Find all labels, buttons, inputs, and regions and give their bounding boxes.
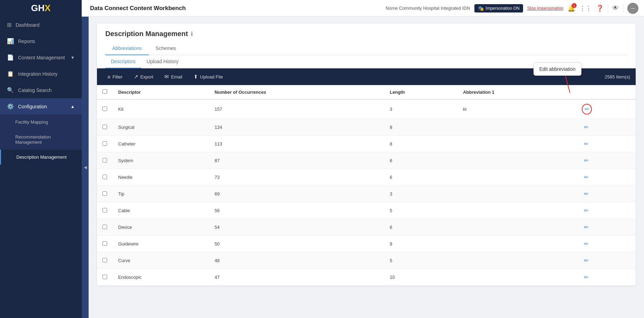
email-button[interactable]: ✉ Email	[160, 72, 187, 82]
sidebar-item-description-management[interactable]: Description Management	[0, 150, 82, 165]
row-checkbox-cell	[97, 186, 113, 202]
row-checkbox-cell	[97, 269, 113, 286]
tab-abbreviations[interactable]: Abbreviations	[105, 42, 149, 55]
header-checkbox-cell	[97, 85, 113, 99]
row-abbreviation: kt	[457, 99, 576, 119]
export-button[interactable]: ↗ Export	[129, 72, 158, 82]
facility-name: Nome Community Hospital Integrated IDN	[386, 6, 470, 11]
row-checkbox-cell	[97, 169, 113, 186]
layout: ⊞ Dashboard 📊 Reports 📄 Content Manageme…	[0, 17, 644, 318]
config-icon: ⚙️	[7, 103, 14, 110]
row-abbreviation	[457, 236, 576, 252]
row-length: 8	[384, 136, 457, 152]
edit-abbreviation-button[interactable]: ✏	[582, 123, 590, 131]
row-checkbox[interactable]	[103, 125, 107, 129]
table-row: Kit 157 3 kt ✏	[97, 99, 636, 119]
sidebar-item-dashboard[interactable]: ⊞ Dashboard	[0, 17, 82, 33]
edit-abbreviation-button[interactable]: ✏	[582, 190, 590, 198]
row-descriptor: Cable	[113, 202, 209, 219]
impersonation-label: Impersonation ON	[486, 6, 520, 11]
edit-abbreviation-button[interactable]: ✏	[582, 173, 590, 181]
sidebar-item-content-management[interactable]: 📄 Content Management ▼	[0, 49, 82, 66]
row-abbreviation	[457, 269, 576, 286]
sub-tab-upload-history-label: Upload History	[147, 59, 179, 64]
header-actions	[576, 85, 636, 99]
select-all-checkbox[interactable]	[103, 89, 107, 94]
main-tabs: Abbreviations Schemes	[105, 42, 627, 55]
sub-tab-upload-history[interactable]: Upload History	[141, 55, 184, 68]
sidebar-item-catalog-search[interactable]: 🔍 Catalog Search	[0, 82, 82, 98]
apps-icon[interactable]: ⋮⋮	[579, 5, 592, 12]
row-checkbox[interactable]	[103, 225, 107, 229]
edit-abbreviation-button[interactable]: ✏	[582, 104, 592, 115]
upload-file-button[interactable]: ⬆ Upload File	[189, 72, 228, 82]
row-descriptor: Guidewire	[113, 236, 209, 252]
row-actions: ✏	[576, 186, 636, 202]
sidebar-label-dashboard: Dashboard	[16, 22, 40, 28]
row-descriptor: Curve	[113, 252, 209, 269]
sidebar-item-recommendation-management[interactable]: Recommendation Management	[0, 129, 82, 150]
sidebar-item-integration-history[interactable]: 📋 Integration History	[0, 66, 82, 82]
row-checkbox[interactable]	[103, 141, 107, 146]
filter-button[interactable]: ≡ Filter	[103, 72, 128, 82]
sidebar-label-description: Description Management	[16, 154, 67, 160]
page-title-row: Description Management ℹ	[105, 30, 627, 38]
item-count: 2585 Item(s)	[605, 74, 630, 80]
row-checkbox-cell	[97, 202, 113, 219]
row-actions: ✏	[576, 119, 636, 136]
row-actions: ✏	[576, 99, 636, 119]
row-checkbox[interactable]	[103, 191, 107, 196]
sidebar-label-catalog: Catalog Search	[18, 87, 52, 93]
main-content: Edit abbreviation Description Management…	[89, 17, 644, 318]
row-checkbox[interactable]	[103, 158, 107, 162]
email-label: Email	[171, 74, 182, 80]
row-actions: ✏	[576, 136, 636, 152]
sidebar-item-configuration[interactable]: ⚙️ Configuration ▲	[0, 98, 82, 115]
edit-abbreviation-button[interactable]: ✏	[582, 207, 590, 215]
edit-abbreviation-button[interactable]: ✏	[582, 273, 590, 281]
help-icon[interactable]: ❓	[596, 5, 604, 12]
row-checkbox[interactable]	[103, 241, 107, 246]
sidebar-collapse-btn[interactable]: ◀	[82, 17, 89, 318]
row-checkbox[interactable]	[103, 208, 107, 212]
row-actions: ✏	[576, 252, 636, 269]
row-abbreviation	[457, 252, 576, 269]
edit-abbreviation-button[interactable]: ✏	[582, 140, 590, 148]
tab-schemes[interactable]: Schemes	[149, 42, 183, 55]
row-descriptor: Needle	[113, 169, 209, 186]
logo-accent: X	[44, 3, 50, 13]
stop-impersonation-link[interactable]: Stop Impersonation	[527, 6, 563, 11]
row-checkbox-cell	[97, 219, 113, 236]
table-row: Tip 69 3 ✏	[97, 186, 636, 202]
info-icon[interactable]: ℹ	[191, 31, 193, 37]
notifications-icon[interactable]: 🔔 1	[568, 5, 575, 12]
row-checkbox[interactable]	[103, 258, 107, 262]
sidebar: ⊞ Dashboard 📊 Reports 📄 Content Manageme…	[0, 17, 82, 318]
table-header: Descriptor Number of Occurrences Length …	[97, 85, 636, 99]
row-length: 5	[384, 252, 457, 269]
row-checkbox[interactable]	[103, 107, 107, 111]
edit-abbreviation-button[interactable]: ✏	[582, 157, 590, 165]
sidebar-item-reports[interactable]: 📊 Reports	[0, 33, 82, 49]
filter-icon: ≡	[107, 74, 111, 80]
row-checkbox[interactable]	[103, 275, 107, 279]
sidebar-item-facility-mapping[interactable]: Facility Mapping	[0, 115, 82, 129]
row-checkbox[interactable]	[103, 175, 107, 179]
header-right: Nome Community Hospital Integrated IDN 🎭…	[386, 3, 638, 14]
row-descriptor: Surgical	[113, 119, 209, 136]
edit-abbreviation-button[interactable]: ✏	[582, 257, 590, 265]
row-length: 9	[384, 236, 457, 252]
sub-tab-descriptors-label: Descriptors	[111, 59, 136, 64]
content-icon: 📄	[7, 54, 14, 61]
user-avatar[interactable]: —	[627, 3, 638, 14]
table-body: Kit 157 3 kt ✏ Surgical 124 8 ✏ Catheter…	[97, 99, 636, 286]
row-occurrences: 56	[209, 202, 384, 219]
row-length: 10	[384, 269, 457, 286]
row-abbreviation	[457, 152, 576, 169]
edit-abbreviation-button[interactable]: ✏	[582, 240, 590, 248]
sidebar-label-facility-mapping: Facility Mapping	[15, 119, 48, 125]
header-divider2	[623, 4, 623, 12]
edit-abbreviation-button[interactable]: ✏	[582, 223, 590, 231]
sub-tab-descriptors[interactable]: Descriptors	[105, 55, 141, 68]
privacy-icon[interactable]: 👁	[612, 5, 619, 12]
